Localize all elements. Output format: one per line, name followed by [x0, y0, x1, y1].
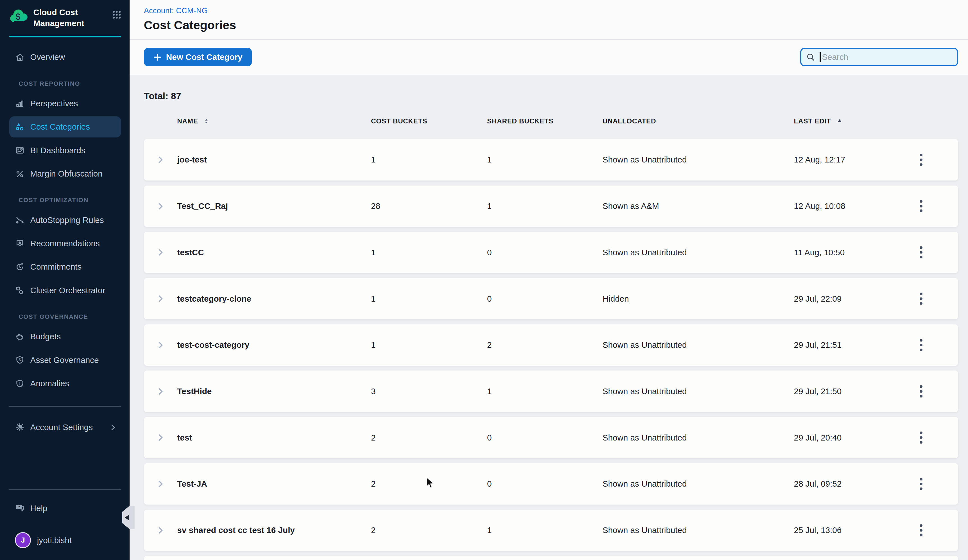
row-last-edit: 29 Jul, 21:51 — [794, 340, 884, 350]
table-row[interactable]: joe-test11Shown as Unattributed12 Aug, 1… — [144, 139, 958, 181]
new-cost-category-label: New Cost Category — [166, 52, 242, 62]
sidebar-user[interactable]: J jyoti.bisht — [0, 529, 129, 551]
sidebar-item-account-settings[interactable]: Account Settings — [0, 416, 129, 439]
bi-dashboards-icon — [15, 145, 25, 155]
row-cost-buckets: 2 — [371, 433, 487, 442]
sidebar-item-asset-governance[interactable]: $Asset Governance — [0, 348, 129, 372]
row-unallocated: Shown as Unattributed — [603, 155, 794, 164]
sidebar-item-label: Recommendations — [30, 239, 100, 248]
table-row[interactable]: testcategory-clone10Hidden29 Jul, 22:09 — [144, 278, 958, 319]
search-icon — [806, 53, 816, 62]
table-row[interactable]: Test-JA20Shown as Unattributed28 Jul, 09… — [144, 463, 958, 505]
nav-section-label: COST GOVERNANCE — [18, 313, 129, 320]
app-title: Cloud Cost Management — [33, 7, 98, 29]
row-menu-kebab-icon[interactable] — [916, 335, 926, 355]
column-header-last_edit[interactable]: LAST EDIT — [794, 117, 884, 125]
row-unallocated: Shown as Unattributed — [603, 479, 794, 489]
row-expand-chevron-icon[interactable] — [156, 340, 165, 350]
column-header-name[interactable]: NAME — [177, 117, 371, 125]
row-last-edit: 29 Jul, 22:09 — [794, 294, 884, 303]
cluster-orchestrator-icon — [15, 285, 25, 295]
sidebar-divider — [9, 406, 121, 407]
sidebar-item-label: Cost Categories — [30, 122, 90, 132]
column-header-unallocated: UNALLOCATED — [603, 117, 794, 125]
help-chat-icon: ? — [15, 503, 25, 513]
search-input[interactable] — [821, 52, 952, 62]
column-header-label: NAME — [177, 117, 198, 125]
svg-text:$: $ — [15, 12, 20, 22]
table-row[interactable]: Test_CC_Raj281Shown as A&M12 Aug, 10:08 — [144, 186, 958, 227]
sidebar-item-margin-obfuscation[interactable]: Margin Obfuscation — [0, 162, 129, 185]
sidebar-item-perspectives[interactable]: Perspectives — [0, 92, 129, 115]
sidebar-item-label: Help — [30, 504, 48, 513]
row-expand-chevron-icon[interactable] — [156, 387, 165, 396]
row-cost-buckets: 1 — [371, 294, 487, 303]
table-row[interactable]: sv shared cost cc test 16 July21Shown as… — [144, 510, 958, 551]
sidebar-item-label: BI Dashboards — [30, 146, 85, 155]
collapse-arrow-icon — [125, 515, 129, 520]
row-menu-kebab-icon[interactable] — [916, 196, 926, 215]
row-menu-kebab-icon[interactable] — [916, 474, 926, 494]
sidebar-item-autostopping-rules[interactable]: AutoStopping Rules — [0, 208, 129, 232]
total-count: Total: 87 — [144, 91, 958, 101]
row-name: Test-JA — [177, 479, 371, 489]
sidebar-item-cost-categories[interactable]: Cost Categories — [9, 116, 121, 138]
table-row[interactable]: test20Shown as Unattributed29 Jul, 20:40 — [144, 417, 958, 458]
new-cost-category-button[interactable]: New Cost Category — [144, 48, 252, 66]
row-cost-buckets: 2 — [371, 525, 487, 535]
sidebar-item-label: Asset Governance — [30, 355, 99, 365]
column-header-shared_buckets: SHARED BUCKETS — [487, 117, 603, 125]
row-cost-buckets: 1 — [371, 340, 487, 350]
asset-governance-icon: $ — [15, 355, 25, 365]
row-shared-buckets: 2 — [487, 340, 603, 350]
row-menu-kebab-icon[interactable] — [916, 150, 926, 169]
row-last-edit: 12 Aug, 10:08 — [794, 201, 884, 211]
row-last-edit: 29 Jul, 21:50 — [794, 386, 884, 396]
row-expand-chevron-icon[interactable] — [156, 202, 165, 211]
row-cost-buckets: 2 — [371, 479, 487, 489]
module-grid-icon[interactable] — [112, 10, 122, 20]
user-avatar: J — [15, 532, 31, 548]
row-menu-kebab-icon[interactable] — [916, 428, 926, 447]
autostopping-icon — [15, 215, 25, 225]
table-row[interactable]: test-cost-category12Shown as Unattribute… — [144, 325, 958, 366]
row-shared-buckets: 1 — [487, 201, 603, 211]
row-name: TestHide — [177, 386, 371, 396]
row-expand-chevron-icon[interactable] — [156, 248, 165, 257]
sidebar-item-anomalies[interactable]: !Anomalies — [0, 372, 129, 395]
svg-text:!: ! — [19, 381, 20, 386]
row-expand-chevron-icon[interactable] — [156, 433, 165, 442]
sidebar-item-commitments[interactable]: Commitments — [0, 255, 129, 278]
row-unallocated: Shown as Unattributed — [603, 340, 794, 350]
row-menu-kebab-icon[interactable] — [916, 289, 926, 308]
margin-obfuscation-icon — [15, 169, 25, 179]
cloud-cost-management-app: $ Cloud Cost Management OverviewCOST REP… — [0, 0, 968, 560]
sidebar-item-budgets[interactable]: Budgets — [0, 325, 129, 348]
row-name: test — [177, 433, 371, 442]
row-shared-buckets: 0 — [487, 433, 603, 442]
row-last-edit: 12 Aug, 12:17 — [794, 155, 884, 164]
row-expand-chevron-icon[interactable] — [156, 294, 165, 303]
search-box[interactable] — [800, 48, 958, 66]
sidebar-item-overview[interactable]: Overview — [0, 46, 129, 69]
row-unallocated: Shown as Unattributed — [603, 433, 794, 442]
breadcrumb-account-link[interactable]: Account: CCM-NG — [144, 6, 958, 15]
row-menu-kebab-icon[interactable] — [916, 520, 926, 540]
row-menu-kebab-icon[interactable] — [916, 381, 926, 401]
table-row[interactable]: TestHide31Shown as Unattributed29 Jul, 2… — [144, 371, 958, 412]
sidebar-item-label: Cluster Orchestrator — [30, 286, 105, 295]
sidebar-item-help[interactable]: ? Help — [0, 497, 129, 519]
column-header-label: LAST EDIT — [794, 117, 831, 125]
recommendations-icon — [15, 239, 25, 248]
row-expand-chevron-icon[interactable] — [156, 526, 165, 535]
sidebar-item-recommendations[interactable]: Recommendations — [0, 232, 129, 255]
row-expand-chevron-icon[interactable] — [156, 155, 165, 164]
row-expand-chevron-icon[interactable] — [156, 479, 165, 489]
sort-ascending-icon — [836, 118, 843, 125]
sidebar-item-bi-dashboards[interactable]: BI Dashboards — [0, 139, 129, 162]
table-row-partial[interactable] — [144, 556, 958, 560]
row-menu-kebab-icon[interactable] — [916, 243, 926, 262]
column-header-label: COST BUCKETS — [371, 117, 427, 125]
sidebar-item-cluster-orchestrator[interactable]: Cluster Orchestrator — [0, 278, 129, 302]
table-row[interactable]: testCC10Shown as Unattributed11 Aug, 10:… — [144, 232, 958, 273]
